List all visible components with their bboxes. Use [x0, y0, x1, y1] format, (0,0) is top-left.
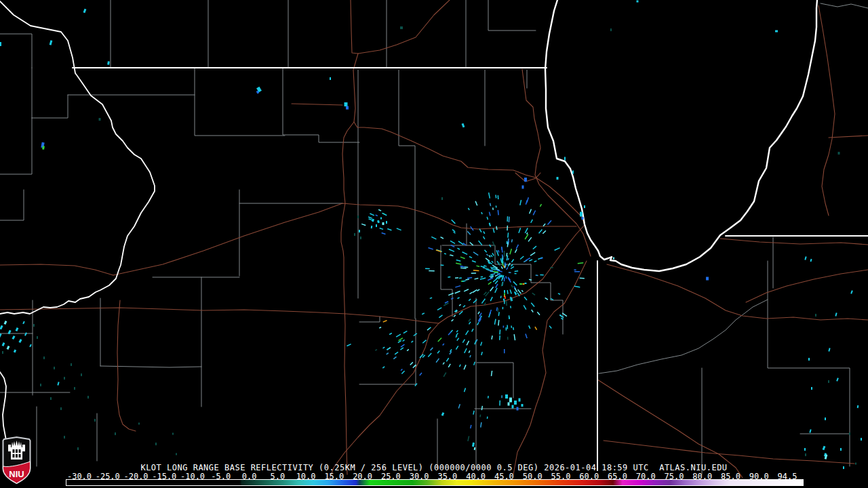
radar-echo [479, 415, 481, 418]
radar-echo [488, 192, 490, 199]
radar-echo [387, 228, 392, 231]
radar-echo [472, 443, 475, 447]
radar-echo [407, 349, 410, 351]
radar-echo [477, 322, 479, 325]
radar-echo [501, 266, 503, 269]
radar-echo [559, 314, 564, 318]
radar-echo [473, 299, 477, 303]
radar-echo [473, 251, 479, 256]
radar-echo [455, 277, 458, 279]
radar-echo [507, 241, 508, 244]
radar-echo [495, 283, 498, 287]
radar-echo [467, 436, 469, 441]
radar-echo [400, 347, 403, 350]
map-line [768, 261, 850, 466]
radar-echo [354, 233, 355, 236]
radar-echo [115, 432, 116, 435]
radar-echo [462, 305, 465, 308]
map-line [359, 317, 380, 322]
radar-echo [811, 387, 812, 390]
radar-echo [534, 327, 537, 330]
radar-echo [467, 277, 472, 279]
radar-echo [530, 252, 536, 256]
radar-echo [504, 277, 505, 281]
radar-echo [528, 237, 532, 242]
radar-echo [490, 266, 493, 268]
radar-echo [810, 259, 812, 262]
radar-echo [451, 220, 456, 224]
radar-echo [490, 287, 494, 291]
radar-echo [379, 228, 383, 230]
radar-echo [361, 224, 366, 226]
radar-echo [469, 321, 471, 324]
radar-echo [458, 241, 463, 245]
radar-echo [57, 382, 59, 385]
radar-echo [507, 216, 508, 222]
radar-echo [346, 106, 349, 110]
radar-echo [513, 334, 515, 340]
radar-echo [455, 285, 460, 288]
radar-echo [512, 405, 514, 409]
radar-echo [50, 40, 53, 45]
radar-echo [441, 197, 443, 200]
radar-echo [524, 296, 527, 300]
radar-echo [382, 222, 384, 225]
radar-echo [448, 363, 451, 367]
radar-echo [511, 259, 514, 262]
radar-echo [835, 312, 837, 316]
radar-echo [481, 212, 483, 215]
map-line [0, 308, 439, 323]
radar-echo [422, 340, 427, 344]
radar-echo [536, 274, 538, 276]
radar-echo [60, 407, 62, 410]
map-line [100, 366, 201, 367]
radar-echo [489, 211, 491, 216]
radar-echo [525, 333, 528, 338]
radar-echo [12, 336, 15, 340]
radar-echo [521, 404, 524, 407]
radar-echo [849, 432, 850, 435]
radar-echo [823, 446, 826, 451]
radar-echo [584, 205, 585, 208]
radar-echo [375, 214, 378, 216]
radar-echo [357, 216, 359, 218]
radar-echo [16, 327, 19, 331]
radar-echo [511, 325, 512, 328]
radar-echo [411, 341, 414, 343]
radar-echo [359, 230, 360, 232]
radar-echo [94, 419, 96, 422]
radar-echo [380, 218, 382, 220]
radar-echo [503, 325, 505, 327]
radar-echo [524, 178, 527, 182]
radar-echo [494, 287, 498, 293]
radar-echo [825, 418, 826, 420]
map-line [358, 0, 450, 54]
status-bar-text: KLOT LONG RANGE BASE REFLECTIVITY (0.25K… [0, 463, 868, 472]
radar-echo [488, 277, 493, 281]
radar-echo [850, 290, 853, 293]
radar-echo [836, 378, 839, 381]
radar-echo [499, 336, 500, 340]
radar-echo [64, 436, 65, 439]
map-line [32, 95, 68, 118]
radar-echo [469, 350, 471, 353]
radar-echo [511, 285, 513, 287]
radar-echo [486, 217, 488, 220]
radar-echo [450, 241, 456, 244]
radar-echo [507, 337, 509, 340]
radar-echo [467, 341, 470, 346]
radar-echo [377, 220, 380, 224]
radar-echo [430, 347, 433, 350]
radar-echo [501, 395, 502, 398]
radar-echo [443, 362, 445, 365]
radar-echo [410, 362, 413, 365]
radar-echo [528, 325, 530, 329]
radar-echo [403, 331, 407, 334]
radar-echo [442, 344, 444, 346]
radar-echo [0, 42, 1, 46]
radar-echo [481, 276, 484, 277]
radar-echo [456, 260, 460, 262]
radar-echo [428, 352, 432, 357]
radar-echo [83, 9, 87, 14]
radar-echo [382, 366, 385, 368]
